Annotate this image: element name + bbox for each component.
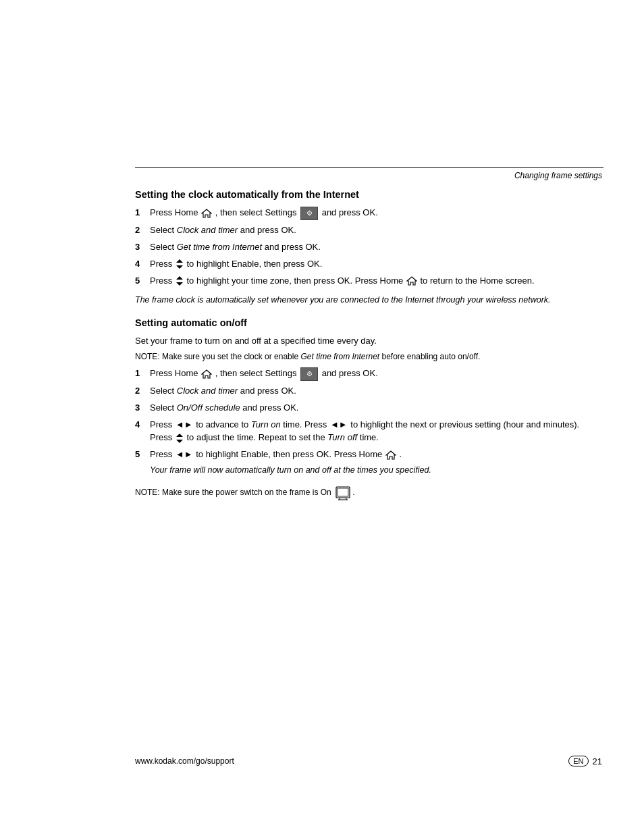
- section1: Setting the clock automatically from the…: [135, 189, 602, 307]
- home-icon: [201, 209, 212, 218]
- turn-on-label: Turn on: [251, 419, 281, 429]
- svg-marker-4: [176, 282, 183, 286]
- main-content: Setting the clock automatically from the…: [135, 189, 602, 511]
- step-2-5: 5 Press ◄► to highlight Enable, then pre…: [135, 448, 602, 479]
- step2-5-italic: Your frame will now automatically turn o…: [150, 464, 602, 476]
- step-num: 4: [135, 419, 147, 432]
- section1-note: The frame clock is automatically set whe…: [135, 294, 602, 306]
- updown-icon: [176, 259, 184, 269]
- step-num: 5: [135, 275, 147, 288]
- home-icon: [385, 450, 396, 460]
- step-content: Press ◄► to highlight Enable, then press…: [150, 448, 602, 479]
- section2-note2: NOTE: Make sure the power switch on the …: [135, 486, 602, 500]
- leftright-icon3: ◄►: [176, 448, 193, 461]
- home-icon: [406, 276, 417, 286]
- svg-marker-1: [176, 259, 183, 263]
- step-content: Press Home , then select Settings and pr…: [150, 367, 602, 381]
- step-content: Press ◄► to advance to Turn on time. Pre…: [150, 419, 602, 444]
- step-content: Press Home , then select Settings and pr…: [150, 207, 602, 220]
- step-2-4: 4 Press ◄► to advance to Turn on time. P…: [135, 419, 602, 444]
- step-1-3: 3 Select Get time from Internet and pres…: [135, 241, 602, 254]
- svg-marker-6: [202, 370, 211, 378]
- leftright-icon: ◄►: [176, 419, 193, 432]
- step-num: 4: [135, 258, 147, 271]
- step-num: 5: [135, 448, 147, 461]
- section2-note: NOTE: Make sure you set the clock or ena…: [135, 351, 602, 363]
- step-1-5: 5 Press to highlight your time zone, the…: [135, 275, 602, 288]
- step-content: Select Clock and timer and press OK.: [150, 224, 602, 237]
- step-content: Select Clock and timer and press OK.: [150, 385, 602, 398]
- step-content: Select Get time from Internet and press …: [150, 241, 602, 254]
- section2-heading: Setting automatic on/off: [135, 317, 602, 328]
- page: Changing frame settings Setting the cloc…: [0, 0, 644, 834]
- footer: www.kodak.com/go/support EN 21: [135, 756, 602, 766]
- step-2-2: 2 Select Clock and timer and press OK.: [135, 385, 602, 398]
- turn-off-label: Turn off: [327, 432, 357, 442]
- svg-marker-7: [176, 434, 183, 437]
- section1-steps: 1 Press Home , then select Settings and …: [135, 207, 602, 287]
- leftright-icon2: ◄►: [330, 419, 348, 432]
- step-num: 1: [135, 367, 147, 380]
- home-icon: [201, 369, 212, 379]
- header-rule: [135, 167, 603, 168]
- clock-timer-label2: Clock and timer: [177, 386, 238, 396]
- step-num: 1: [135, 207, 147, 219]
- get-time-label: Get time from Internet: [177, 242, 262, 252]
- svg-marker-9: [386, 451, 396, 459]
- section2: Setting automatic on/off Set your frame …: [135, 317, 602, 501]
- chapter-title: Changing frame settings: [514, 171, 602, 180]
- step-1-4: 4 Press to highlight Enable, then press …: [135, 258, 602, 271]
- step-num: 2: [135, 385, 147, 398]
- svg-marker-5: [407, 277, 417, 285]
- step-content: Select On/Off schedule and press OK.: [150, 402, 602, 415]
- updown-icon: [176, 276, 184, 286]
- updown-icon2: [176, 433, 184, 444]
- onoff-schedule-label: On/Off schedule: [177, 402, 240, 413]
- get-time-internet-label: Get time from Internet: [300, 352, 379, 361]
- step-content: Press to highlight your time zone, then …: [150, 275, 602, 288]
- footer-url: www.kodak.com/go/support: [135, 756, 234, 766]
- section2-steps: 1 Press Home , then select Settings and …: [135, 367, 602, 479]
- step-num: 2: [135, 224, 147, 237]
- lang-badge: EN: [568, 756, 588, 766]
- step-2-3: 3 Select On/Off schedule and press OK.: [135, 402, 602, 415]
- frame-icon: [335, 486, 351, 500]
- step-num: 3: [135, 241, 147, 254]
- svg-rect-10: [336, 487, 350, 498]
- note-label: NOTE: Make sure you set the clock or ena…: [135, 352, 480, 361]
- footer-page: EN 21: [568, 756, 602, 766]
- settings-icon: [300, 367, 318, 381]
- svg-rect-11: [338, 488, 348, 496]
- clock-timer-label: Clock and timer: [177, 225, 238, 235]
- step-content: Press to highlight Enable, then press OK…: [150, 258, 602, 271]
- svg-marker-8: [176, 440, 183, 443]
- step-num: 3: [135, 402, 147, 415]
- step-1-2: 2 Select Clock and timer and press OK.: [135, 224, 602, 237]
- svg-marker-3: [176, 276, 183, 280]
- settings-icon: [300, 207, 318, 220]
- section2-intro: Set your frame to turn on and off at a s…: [135, 335, 602, 347]
- page-number: 21: [593, 756, 602, 766]
- svg-marker-0: [202, 209, 211, 217]
- step-2-1: 1 Press Home , then select Settings and …: [135, 367, 602, 381]
- step-1-1: 1 Press Home , then select Settings and …: [135, 207, 602, 220]
- svg-marker-2: [176, 265, 183, 269]
- section1-heading: Setting the clock automatically from the…: [135, 189, 602, 200]
